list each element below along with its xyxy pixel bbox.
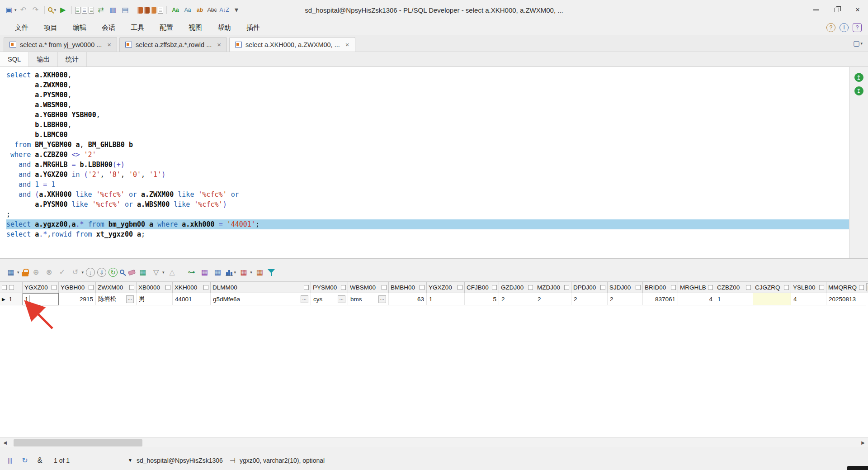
manual-icon[interactable]: ?	[853, 23, 862, 32]
tab-close-icon[interactable]: ×	[345, 41, 349, 48]
column-select-box[interactable]	[382, 285, 387, 290]
fetch-next-icon[interactable]: ↓	[86, 268, 95, 277]
column-header-mzdj00[interactable]: MZDJ00	[535, 282, 571, 293]
column-header-brid00[interactable]: BRID00	[643, 282, 678, 293]
column-header-czbz00[interactable]: CZBZ00	[715, 282, 753, 293]
sql-line[interactable]: a.PYSM00 like '%cfc%' or a.WBSM00 like '…	[6, 199, 849, 209]
tab-close-icon[interactable]: ×	[107, 41, 111, 48]
filter-columns-icon[interactable]: ▥	[108, 5, 118, 15]
cell-mmqrrq[interactable]: 20250813	[826, 293, 866, 305]
column-select-box[interactable]	[708, 285, 713, 290]
copy-grid-icon[interactable]: ▦	[137, 267, 148, 278]
filter-icon[interactable]	[268, 269, 275, 276]
cell-dlmm00[interactable]: g5dMfe6a⋯	[211, 293, 311, 305]
sql-line[interactable]: a.ZWXM00,	[6, 80, 849, 90]
sql-line[interactable]: a.PYSM00,	[6, 90, 849, 100]
column-select-box[interactable]	[784, 285, 789, 290]
sql-line[interactable]: and 1 = 1	[6, 180, 849, 190]
column-header-wbsm00[interactable]: WBSM00	[348, 282, 389, 293]
cell-yslb00[interactable]: 4	[791, 293, 826, 305]
scroll-first-icon[interactable]: ↥	[854, 73, 863, 82]
connection-name[interactable]: sd_hospital@NpsyHisZsk1306	[137, 457, 223, 464]
linked-query-icon[interactable]: ⊶	[186, 267, 197, 278]
column-header-ygxz00[interactable]: YGXZ00	[427, 282, 465, 293]
column-select-box[interactable]	[636, 285, 641, 290]
column-select-box[interactable]	[746, 285, 751, 290]
scrollbar-track[interactable]	[10, 438, 858, 447]
column-header-yslb00[interactable]: YSLB00	[791, 282, 826, 293]
cell-zwxm00[interactable]: 陈岩松⋯	[96, 293, 137, 305]
column-header-pysm00[interactable]: PYSM00	[311, 282, 348, 293]
cell-expand-button[interactable]: ⋯	[378, 295, 386, 303]
fetch-last-icon[interactable]: ⇓	[97, 268, 106, 277]
minimize-button[interactable]	[806, 0, 826, 20]
undo-icon[interactable]: ↶	[18, 5, 29, 15]
column-header-cjgzrq[interactable]: CJGZRQ	[753, 282, 791, 293]
pivot-icon[interactable]: ▦	[255, 267, 265, 278]
new-page-icon[interactable]	[75, 7, 80, 14]
column-header-dlmm00[interactable]: DLMM00	[211, 282, 311, 293]
info-icon[interactable]: i	[840, 23, 849, 32]
copy-page-icon[interactable]	[82, 7, 87, 14]
sql-line[interactable]: select a.ygxz00,a.* from bm_ygbm00 a whe…	[6, 219, 849, 229]
browse-objects-icon[interactable]	[48, 7, 52, 12]
cell-expand-button[interactable]: ⋯	[301, 295, 308, 303]
column-select-box[interactable]	[492, 285, 497, 290]
dictionary-icon-3[interactable]	[151, 7, 156, 14]
sql-line[interactable]: b.LBBH00,	[6, 120, 849, 130]
cell-ygxz00[interactable]: 1	[23, 293, 59, 305]
cell-wbsm00[interactable]: bms⋯	[348, 293, 389, 305]
help-icon[interactable]: ?	[826, 23, 835, 32]
run-icon[interactable]: ▶	[57, 5, 68, 15]
cell-dpdj00[interactable]: 2	[571, 293, 608, 305]
new-window-icon-caret[interactable]: ▾	[14, 8, 17, 12]
subtab-统计[interactable]: 统计	[58, 52, 87, 66]
sql-line[interactable]: and (a.XKH000 like '%cfc%' or a.ZWXM00 l…	[6, 190, 849, 199]
post-changes-icon[interactable]: ✓	[57, 267, 68, 278]
describe-icon[interactable]	[158, 7, 163, 14]
subtab-sql[interactable]: SQL	[0, 52, 29, 66]
menu-item-1[interactable]: 文件	[7, 21, 36, 34]
cell-cfjb00[interactable]: 5	[465, 293, 499, 305]
find-data-icon[interactable]	[120, 270, 124, 274]
highlight-icon[interactable]: ab	[194, 5, 205, 15]
chart-icon[interactable]	[226, 269, 233, 276]
scroll-left-arrow[interactable]: ◀	[0, 440, 10, 445]
edit-case-icon[interactable]: Aa	[182, 5, 193, 15]
sort-ascending-icon[interactable]: △	[167, 267, 178, 278]
spell-check-icon[interactable]: Abc	[207, 5, 217, 15]
row-select-box[interactable]	[9, 285, 14, 290]
menu-item-9[interactable]: 插件	[239, 21, 268, 34]
restore-button[interactable]	[826, 0, 847, 20]
sql-line[interactable]: where a.CZBZ00 <> '2'	[6, 150, 849, 160]
column-header-bmbh00[interactable]: BMBH00	[389, 282, 427, 293]
column-select-box[interactable]	[341, 285, 346, 290]
document-tab-2[interactable]: select a.zffsbz,a.*,rowid ...×	[119, 37, 227, 52]
column-list-button[interactable]: ▤	[866, 283, 868, 291]
menu-item-2[interactable]: 项目	[36, 21, 65, 34]
menu-item-3[interactable]: 编辑	[65, 21, 94, 34]
column-select-box[interactable]	[52, 285, 57, 290]
revert-changes-icon[interactable]: ↺	[70, 267, 81, 278]
menu-item-4[interactable]: 会话	[94, 21, 123, 34]
column-header-mrghlb[interactable]: MRGHLB	[678, 282, 715, 293]
grid-options-icon-caret[interactable]: ▾	[17, 270, 19, 275]
cell-bmbh00[interactable]: 63	[389, 293, 427, 305]
cell-czbz00[interactable]: 1	[715, 293, 753, 305]
redo-icon[interactable]: ↷	[30, 5, 41, 15]
column-select-box[interactable]	[129, 285, 134, 290]
menu-item-6[interactable]: 配置	[152, 21, 181, 34]
column-header-dpdj00[interactable]: DPDJ00	[571, 282, 608, 293]
cell-mzdj00[interactable]: 2	[535, 293, 571, 305]
column-select-box[interactable]	[819, 285, 824, 290]
sort-descending-icon-caret[interactable]: ▾	[162, 270, 165, 275]
cell-cjgzrq[interactable]	[753, 293, 791, 305]
window-list-icon-caret[interactable]: ▾	[860, 41, 863, 46]
delete-record-icon[interactable]: ⊗	[44, 267, 55, 278]
scrollbar-thumb[interactable]	[14, 439, 142, 446]
grid-options-icon[interactable]: ▦	[5, 267, 16, 278]
sql-line[interactable]: a.WBSM00,	[6, 100, 849, 110]
print-icon[interactable]	[89, 7, 94, 14]
sql-line[interactable]: b.LBMC00	[6, 130, 849, 140]
grid-corner[interactable]	[0, 282, 23, 293]
